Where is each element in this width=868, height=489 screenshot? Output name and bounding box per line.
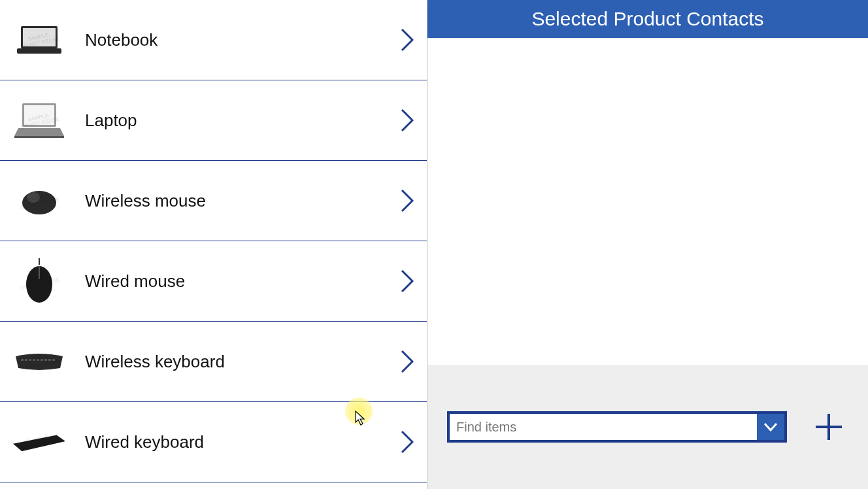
- product-row-wired-mouse[interactable]: SAMPLE.DO NOT REUSE Wired mouse: [0, 241, 427, 322]
- thumbnail-mouse-icon: SAMPLE.DO NOT REUSE: [13, 178, 65, 224]
- plus-icon: [813, 411, 844, 443]
- svg-point-8: [27, 192, 40, 203]
- thumbnail-notebook-icon: SAMPLE.DO NOT REUSE: [13, 17, 65, 63]
- chevron-right-icon[interactable]: [394, 109, 420, 132]
- contacts-header: Selected Product Contacts: [427, 0, 868, 38]
- thumbnail-laptop-icon: SAMPLE.DO NOT REUSE: [13, 97, 65, 143]
- contacts-footer: [427, 365, 868, 489]
- svg-rect-4: [24, 105, 54, 125]
- find-input[interactable]: [450, 414, 757, 440]
- thumbnail-mouse-wired-icon: SAMPLE.DO NOT REUSE: [13, 258, 65, 304]
- product-row-wireless-keyboard[interactable]: SAMPLE.DO NOT REUSE Wireless keyboard: [0, 322, 427, 402]
- product-label: Laptop: [85, 110, 394, 131]
- thumbnail-keyboard-icon: SAMPLE.DO NOT REUSE: [13, 339, 65, 384]
- svg-rect-18: [44, 359, 47, 361]
- svg-rect-14: [29, 359, 31, 361]
- svg-rect-12: [21, 359, 24, 361]
- contacts-panel: Selected Product Contacts: [427, 0, 868, 489]
- app-root: SAMPLE.DO NOT REUSE Notebook SAMPLE.DO N…: [0, 0, 868, 489]
- chevron-right-icon[interactable]: [394, 430, 420, 454]
- product-label: Notebook: [85, 30, 394, 50]
- product-row-notebook[interactable]: SAMPLE.DO NOT REUSE Notebook: [0, 0, 427, 80]
- svg-rect-16: [37, 359, 39, 361]
- chevron-right-icon[interactable]: [394, 350, 420, 373]
- contacts-body: [427, 38, 868, 365]
- dropdown-button[interactable]: [757, 414, 784, 440]
- svg-rect-20: [52, 359, 55, 361]
- product-row-wired-keyboard[interactable]: SAMPLE.DO NOT REUSE Wired keyboard: [0, 402, 427, 482]
- svg-rect-19: [48, 359, 51, 361]
- chevron-right-icon[interactable]: [394, 28, 420, 52]
- product-panel: SAMPLE.DO NOT REUSE Notebook SAMPLE.DO N…: [0, 0, 427, 489]
- thumbnail-keyboard-dark-icon: SAMPLE.DO NOT REUSE: [13, 419, 65, 465]
- svg-rect-6: [14, 136, 64, 138]
- svg-rect-17: [41, 359, 43, 361]
- product-row-laptop[interactable]: SAMPLE.DO NOT REUSE Laptop: [0, 80, 427, 161]
- svg-rect-15: [33, 359, 35, 361]
- product-row-wireless-mouse[interactable]: SAMPLE.DO NOT REUSE Wireless mouse: [0, 161, 427, 241]
- add-button[interactable]: [809, 407, 848, 447]
- product-label: Wired keyboard: [85, 432, 394, 452]
- product-label: Wired mouse: [85, 271, 394, 292]
- svg-point-7: [22, 191, 56, 214]
- chevron-right-icon[interactable]: [394, 269, 420, 293]
- chevron-down-icon: [763, 422, 778, 431]
- product-list[interactable]: SAMPLE.DO NOT REUSE Notebook SAMPLE.DO N…: [0, 0, 427, 489]
- svg-rect-2: [17, 48, 61, 54]
- svg-marker-21: [13, 435, 65, 452]
- chevron-right-icon[interactable]: [394, 189, 420, 212]
- svg-rect-13: [25, 359, 27, 361]
- svg-marker-5: [14, 128, 64, 136]
- product-label: Wireless keyboard: [85, 352, 394, 372]
- svg-rect-1: [23, 28, 56, 46]
- product-label: Wireless mouse: [85, 191, 394, 211]
- find-combobox[interactable]: [447, 411, 787, 443]
